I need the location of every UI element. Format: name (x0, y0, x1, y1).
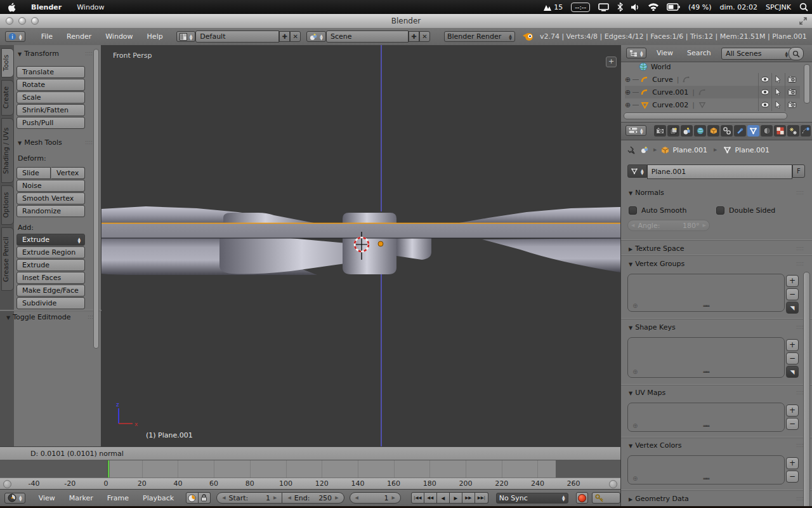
fake-user-button[interactable]: F (792, 164, 805, 178)
shrink-fatten-button[interactable]: Shrink/Fatten (16, 104, 85, 116)
battery-time-widget[interactable]: --:-- (571, 3, 590, 12)
wifi-icon[interactable] (648, 3, 658, 11)
scale-button[interactable]: Scale (16, 91, 85, 104)
jump-to-start-button[interactable]: |◀◀ (411, 492, 424, 504)
timeline-ruler[interactable]: -40-200204060801001201401601802002202402… (0, 478, 620, 489)
tab-grease-pencil[interactable]: Grease Pencil (1, 227, 14, 291)
menu-render[interactable]: Render (60, 32, 98, 41)
apple-menu[interactable] (8, 3, 16, 12)
breadcrumb-data-icon[interactable] (723, 146, 731, 154)
list-resize-grip[interactable]: ══ (704, 423, 709, 429)
window-titlebar[interactable]: Blender (0, 14, 812, 29)
outliner-menu-view[interactable]: View (657, 49, 673, 57)
texture-space-panel-header[interactable]: ▶Texture Space (629, 244, 684, 253)
tab-render[interactable] (654, 125, 666, 137)
input-source[interactable]: SPCJNK (766, 3, 791, 11)
panel-grip[interactable]: :::: (85, 139, 93, 145)
visibility-eye-icon[interactable] (758, 73, 771, 86)
vertex-color-add-button[interactable]: + (786, 457, 799, 469)
add-scene-button[interactable]: ✚ (409, 31, 419, 42)
list-resize-grip[interactable]: ══ (704, 369, 709, 375)
breadcrumb-scene-icon[interactable] (641, 146, 649, 154)
rotate-button[interactable]: Rotate (16, 79, 85, 91)
volume-icon[interactable] (631, 3, 640, 11)
outliner-vertical-scrollbar[interactable] (804, 64, 810, 104)
auto-smooth-checkbox[interactable] (629, 206, 637, 215)
tab-particles[interactable] (787, 125, 799, 137)
battery-icon[interactable] (667, 3, 680, 11)
render-engine-dropdown[interactable]: Blender Render▲▼ (444, 31, 515, 42)
delete-scene-button[interactable]: ✕ (419, 31, 430, 42)
vertex-group-add-button[interactable]: + (786, 275, 799, 287)
properties-scrollbar[interactable] (803, 272, 810, 508)
auto-smooth-angle-slider[interactable]: ◀Angle: 180°▶ (627, 220, 710, 231)
renderability-camera-icon[interactable] (785, 98, 798, 111)
translate-button[interactable]: Translate (16, 66, 85, 78)
noise-button[interactable]: Noise (16, 180, 85, 192)
keying-set-button[interactable] (592, 492, 620, 504)
breadcrumb-data-name[interactable]: Plane.001 (735, 146, 769, 154)
tab-material[interactable] (761, 125, 773, 137)
tab-create[interactable]: Create (1, 80, 14, 116)
selectability-cursor-icon[interactable] (771, 73, 785, 86)
all-scenes-dropdown[interactable]: All Scenes▲▼ (721, 48, 792, 60)
make-edge-face-button[interactable]: Make Edge/Face (16, 284, 85, 297)
transform-panel-header[interactable]: ▼Transform (18, 50, 59, 58)
scene-name-field[interactable]: Scene (326, 30, 409, 43)
next-keyframe-button[interactable]: ▶▶ (462, 492, 475, 504)
timeline-menu-playback[interactable]: Playback (136, 494, 181, 502)
zoom-window-button[interactable] (31, 17, 39, 25)
renderability-camera-icon[interactable] (785, 73, 798, 86)
panel-grip[interactable]: :::: (796, 260, 804, 267)
play-button[interactable]: ▶ (450, 492, 462, 504)
geometry-data-panel-header[interactable]: ▶Geometry Data (629, 495, 689, 503)
subdivide-button[interactable]: Subdivide (16, 297, 85, 309)
previous-keyframe-button[interactable]: ◀◀ (424, 492, 437, 504)
menubar-app-name[interactable]: Blender (31, 3, 62, 11)
breadcrumb-object-name[interactable]: Plane.001 (672, 146, 707, 154)
visibility-eye-icon[interactable] (758, 86, 771, 98)
viewport-3d[interactable]: z x Front Persp + (1) Plane.001 (102, 45, 620, 446)
tab-shading-uvs[interactable]: Shading / UVs (1, 118, 14, 183)
timeline-channel[interactable] (0, 460, 620, 478)
scene-browse-button[interactable]: ▲▼ (306, 31, 326, 42)
editor-type-timeline-button[interactable]: ▲▼ (4, 493, 25, 504)
extrude-individual-button[interactable]: Extrude Individual (16, 259, 85, 271)
uv-map-remove-button[interactable]: − (786, 418, 799, 430)
screen-layout-browse-button[interactable]: ▲▼ (176, 31, 196, 42)
resize-icon[interactable] (799, 17, 807, 25)
shape-key-specials-menu[interactable]: ◥ (786, 366, 799, 378)
vertex-colors-list[interactable]: ⊕ ══ (627, 455, 785, 485)
jump-to-end-button[interactable]: ▶▶| (475, 492, 488, 504)
use-preview-range-button[interactable] (186, 492, 199, 504)
expand-icon[interactable]: ⊕ (625, 101, 631, 109)
panel-grip[interactable]: :::: (796, 189, 804, 196)
mesh-tools-panel-header[interactable]: ▼Mesh Tools (18, 138, 62, 147)
uv-map-add-button[interactable]: + (786, 404, 799, 417)
spotlight-search-icon[interactable] (799, 3, 808, 11)
normals-panel-header[interactable]: ▼Normals (629, 189, 664, 197)
push-pull-button[interactable]: Push/Pull (16, 117, 85, 129)
region-expand-button[interactable]: + (606, 57, 617, 67)
lock-frame-button[interactable] (199, 492, 211, 504)
slide-edge-button[interactable]: Slide Ed (16, 167, 51, 179)
extrude-region-button[interactable]: Extrude Region (16, 246, 85, 258)
display-icon[interactable] (598, 3, 609, 11)
timeline-menu-view[interactable]: View (32, 494, 62, 502)
tab-physics[interactable] (801, 125, 811, 137)
tab-tools[interactable]: Tools (1, 48, 14, 77)
menubar-window-menu[interactable]: Window (77, 3, 104, 11)
editor-type-outliner-button[interactable]: ▲▼ (626, 48, 646, 58)
expand-icon[interactable]: ⊕ (625, 76, 631, 84)
mesh-data-dropdown[interactable]: ▲▼ (627, 164, 647, 178)
outliner-row-world[interactable]: World (639, 60, 812, 73)
bluetooth-icon[interactable] (617, 3, 623, 11)
tab-modifiers[interactable] (734, 125, 746, 137)
panel-grip[interactable]: :::: (796, 245, 804, 251)
menu-help[interactable]: Help (140, 32, 170, 41)
close-window-button[interactable] (6, 17, 13, 25)
vertex-groups-panel-header[interactable]: ▼Vertex Groups (629, 260, 684, 268)
play-reverse-button[interactable]: ◀ (437, 492, 450, 504)
outliner-search-button[interactable] (789, 47, 804, 60)
list-resize-grip[interactable]: ══ (704, 303, 709, 309)
